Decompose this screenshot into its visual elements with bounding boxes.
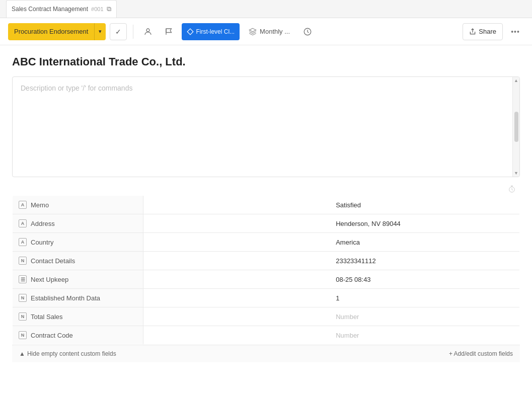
- field-value-cell[interactable]: 08-25 08:43: [329, 270, 519, 289]
- tab-sales-contract[interactable]: Sales Contract Management #001 ⧉: [6, 0, 117, 18]
- scrollbar-up-arrow[interactable]: ▲: [514, 78, 518, 83]
- share-label: Share: [479, 28, 496, 35]
- field-value: Satisfied: [336, 201, 361, 209]
- field-type-icon: ☰: [19, 275, 27, 283]
- first-level-label: First-level Cl...: [196, 28, 235, 35]
- field-value-cell[interactable]: America: [329, 233, 519, 252]
- field-type-icon: N: [19, 312, 27, 321]
- scrollbar-down-arrow[interactable]: ▼: [514, 171, 518, 176]
- field-label-cell: A Memo: [13, 196, 143, 214]
- table-row: N Total Sales Number: [13, 307, 520, 326]
- cube-icon: [249, 28, 257, 36]
- table-row: ☰ Next Upkeep 08-25 08:43: [13, 270, 520, 289]
- procure-arrow-icon[interactable]: ▾: [94, 23, 106, 40]
- field-label: Memo: [31, 201, 49, 209]
- table-row: A Memo Satisfied: [13, 196, 520, 214]
- field-label: Address: [31, 220, 55, 227]
- field-value: 23323341112: [336, 257, 376, 265]
- tab-copy-icon[interactable]: ⧉: [107, 5, 111, 13]
- description-placeholder[interactable]: Description or type '/' for commands: [13, 77, 519, 99]
- check-icon: ✓: [115, 28, 121, 36]
- field-label: Country: [31, 239, 54, 246]
- table-row: A Country America: [13, 233, 520, 252]
- field-label-cell: N Contact Details: [13, 252, 143, 270]
- check-button[interactable]: ✓: [110, 23, 127, 40]
- tab-number: #001: [91, 6, 103, 12]
- clock-button[interactable]: [299, 23, 316, 40]
- field-value-cell[interactable]: 23323341112: [329, 252, 519, 270]
- field-type-icon: A: [19, 238, 27, 246]
- hide-label: Hide empty content custom fields: [27, 350, 116, 357]
- field-label-cell: ☰ Next Upkeep: [13, 270, 143, 288]
- main-content: ABC International Trade Co., Ltd. Descri…: [0, 45, 532, 372]
- field-value: Number: [336, 332, 359, 339]
- field-value: 08-25 08:43: [336, 276, 370, 283]
- field-label: Contact Details: [31, 257, 75, 265]
- tab-label: Sales Contract Management: [12, 6, 88, 13]
- diamond-icon: [187, 28, 194, 35]
- field-value: Number: [336, 313, 359, 321]
- field-value: Henderson, NV 89044: [336, 220, 401, 227]
- first-level-button[interactable]: First-level Cl...: [182, 23, 240, 40]
- share-button[interactable]: Share: [463, 23, 503, 40]
- description-box[interactable]: Description or type '/' for commands ▲ ▼: [12, 76, 520, 177]
- field-value-cell[interactable]: Number: [329, 307, 519, 326]
- field-value-cell[interactable]: 1: [329, 289, 519, 307]
- toolbar-divider-1: [133, 25, 133, 39]
- add-label: + Add/edit custom fields: [449, 350, 513, 357]
- scrollbar-track[interactable]: ▲ ▼: [512, 77, 519, 177]
- footer-row: ▲ Hide empty content custom fields + Add…: [12, 345, 520, 362]
- field-value: America: [336, 239, 360, 246]
- field-label: Next Upkeep: [31, 276, 68, 283]
- fields-table: A Memo Satisfied A Address Henderson, NV…: [12, 195, 520, 345]
- share-icon: [469, 28, 476, 35]
- field-label-cell: A Country: [13, 233, 143, 251]
- field-type-icon: N: [19, 294, 27, 302]
- toolbar: Procuration Endorsement ▾ ✓ First-level …: [0, 18, 532, 45]
- timer-icon: [508, 185, 516, 193]
- field-label-cell: N Contract Code: [13, 326, 143, 344]
- field-label-cell: N Total Sales: [13, 307, 143, 326]
- field-label: Contract Code: [31, 332, 73, 339]
- field-value-cell[interactable]: Henderson, NV 89044: [329, 214, 519, 233]
- person-button[interactable]: [139, 23, 157, 40]
- page-title: ABC International Trade Co., Ltd.: [12, 55, 520, 68]
- field-label: Total Sales: [31, 313, 63, 321]
- table-row: A Address Henderson, NV 89044: [13, 214, 520, 233]
- svg-point-0: [146, 29, 149, 32]
- add-edit-fields-button[interactable]: + Add/edit custom fields: [449, 350, 513, 357]
- field-label-cell: A Address: [13, 214, 143, 232]
- field-type-icon: N: [19, 257, 27, 265]
- more-button[interactable]: •••: [507, 23, 524, 40]
- tab-bar: Sales Contract Management #001 ⧉: [0, 0, 532, 18]
- procure-label: Procuration Endorsement: [8, 28, 94, 35]
- toggle-icon: ▲: [19, 350, 25, 357]
- field-label-cell: N Established Month Data: [13, 289, 143, 307]
- clock-icon: [303, 27, 312, 36]
- procure-endorsement-button[interactable]: Procuration Endorsement ▾: [8, 23, 106, 40]
- hide-empty-fields-button[interactable]: ▲ Hide empty content custom fields: [19, 350, 116, 357]
- field-value: 1: [336, 294, 339, 302]
- monthly-label: Monthly ...: [260, 28, 290, 35]
- more-icon: •••: [511, 28, 520, 36]
- field-type-icon: A: [19, 219, 27, 227]
- flag-button[interactable]: [161, 23, 178, 40]
- person-icon: [143, 27, 153, 36]
- flag-icon: [165, 27, 174, 36]
- timer-icon-wrapper: [12, 183, 520, 195]
- field-value-cell[interactable]: Number: [329, 326, 519, 345]
- scrollbar-thumb[interactable]: [514, 112, 518, 142]
- svg-marker-2: [188, 29, 194, 35]
- field-type-icon: A: [19, 201, 27, 209]
- table-row: N Established Month Data 1: [13, 289, 520, 307]
- table-row: N Contact Details 23323341112: [13, 252, 520, 270]
- monthly-button[interactable]: Monthly ...: [244, 23, 295, 40]
- field-value-cell[interactable]: Satisfied: [329, 196, 519, 214]
- field-type-icon: N: [19, 331, 27, 339]
- field-label: Established Month Data: [31, 294, 100, 302]
- table-row: N Contract Code Number: [13, 326, 520, 345]
